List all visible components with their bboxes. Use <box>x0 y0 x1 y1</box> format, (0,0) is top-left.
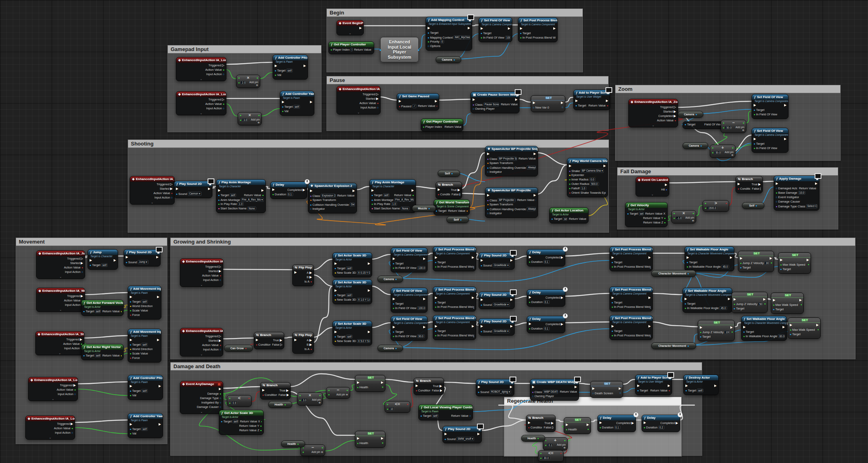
node-play-sound-2d[interactable]: ƒPlay Sound 2D▶▶●SoundGrowMode ▾ <box>479 252 515 270</box>
data-pin-icon[interactable]: ● <box>328 393 330 396</box>
data-pin-icon[interactable]: ● <box>436 209 437 212</box>
pin-value[interactable]: self <box>286 69 293 72</box>
exec-pin-icon[interactable]: ▶ <box>773 299 775 302</box>
data-pin-icon[interactable]: ● <box>407 403 408 406</box>
node-[interactable]: <●●●0.9 <box>227 395 252 407</box>
data-pin-icon[interactable]: ● <box>435 334 436 337</box>
node-enhancedinputaction-ia-pause[interactable]: ◆EnhancedInputAction IA_PauseTriggered▷S… <box>336 86 381 115</box>
exec-pin-icon[interactable]: ▶ <box>435 256 437 259</box>
exec-pin-icon[interactable]: ▶ <box>157 338 159 342</box>
data-pin-icon[interactable]: ● <box>545 444 546 447</box>
exec-pin-icon[interactable]: ▶ <box>275 64 277 68</box>
data-pin-icon[interactable]: ● <box>664 217 666 219</box>
node-destroy-actor[interactable]: ƒDestroy ActorTarget is Actor▶▶●Targetse… <box>683 375 719 395</box>
node-enhancedinputaction-ia-lookvertical[interactable]: ◆EnhancedInputAction IA_LookVerticalTrig… <box>28 377 78 401</box>
exec-pin-icon[interactable]: ▶ <box>528 421 530 424</box>
data-pin-icon[interactable]: ● <box>478 391 479 393</box>
data-pin-icon[interactable]: ● <box>560 452 562 455</box>
pin-value[interactable]: 0.1 <box>614 426 620 429</box>
data-pin-icon[interactable]: ● <box>627 212 629 215</box>
data-pin-icon[interactable]: ● <box>734 303 735 305</box>
pin-value[interactable]: Cannon ▾ <box>188 192 202 196</box>
exec-pin-icon[interactable]: ▶ <box>357 381 359 384</box>
exec-pin-icon[interactable]: ▶ <box>294 338 297 342</box>
data-pin-icon[interactable]: ● <box>529 301 530 303</box>
exec-pin-icon[interactable]: ▶ <box>532 385 534 389</box>
data-pin-icon[interactable]: ● <box>438 193 439 196</box>
data-pin-icon[interactable]: ○ <box>776 187 777 190</box>
node-add-to-player-screen[interactable]: ƒAdd to Player ScreenTarget is User Widg… <box>635 375 672 395</box>
node-delay[interactable]: ƒDelay▶Completed▶●Duration0.2 <box>642 415 680 432</box>
exec-pin-icon[interactable]: ▶ <box>90 259 92 262</box>
data-pin-icon[interactable]: ○ <box>220 406 221 408</box>
variable-get-self[interactable]: Self● <box>438 170 460 177</box>
exec-pin-icon[interactable]: ▶ <box>481 259 483 262</box>
node-[interactable]: <=●●●10 <box>385 401 410 413</box>
data-pin-icon[interactable]: ● <box>382 441 383 444</box>
data-pin-icon[interactable]: ● <box>382 385 383 388</box>
exec-pin-icon[interactable]: ▶ <box>799 299 802 302</box>
data-pin-icon[interactable]: ● <box>435 330 436 332</box>
node-set-field-of-view[interactable]: ƒSet Field Of ViewTarget is Camera Compo… <box>391 248 428 272</box>
data-pin-icon[interactable]: ○ <box>776 200 777 203</box>
node-[interactable]: ×●●●2.0Add pin ⊕ <box>236 75 260 88</box>
data-pin-icon[interactable]: ● <box>240 114 241 117</box>
node-branch[interactable]: ⇆Branch▶True▶●ConditionFalse▷ <box>736 176 763 193</box>
variable-get-health[interactable]: Health● <box>521 435 545 442</box>
variable-get-self[interactable]: Self● <box>742 202 764 209</box>
data-pin-icon[interactable]: ● <box>420 414 422 417</box>
exec-pin-icon[interactable]: ▶ <box>440 385 442 388</box>
exec-pin-icon[interactable]: ▶ <box>393 257 395 260</box>
node-set[interactable]: SET▶▶●Health● <box>355 375 385 392</box>
data-pin-icon[interactable]: ● <box>310 348 312 350</box>
pin-value[interactable]: X 5.0 Y 5.0 Z 5.0 <box>357 339 370 343</box>
data-pin-icon[interactable]: ○ <box>533 106 534 109</box>
data-pin-icon[interactable]: ● <box>218 194 220 197</box>
pin-value[interactable]: Default ▾ <box>350 203 355 207</box>
exec-pin-icon[interactable]: ▷ <box>222 98 224 101</box>
node-add-mapping-context[interactable]: ƒAdd Mapping ContextTarget is Enhanced I… <box>426 17 472 51</box>
exec-pin-icon[interactable]: ▶ <box>81 295 83 298</box>
data-pin-icon[interactable]: ● <box>428 40 429 43</box>
node-set[interactable]: SET▶▶●Health● <box>564 417 591 434</box>
data-pin-icon[interactable]: ● <box>171 192 173 195</box>
data-pin-icon[interactable]: ● <box>780 268 782 270</box>
node-play-anim-montage[interactable]: ƒPlay Anim MontageTarget is Character▶▶●… <box>369 179 416 213</box>
exec-pin-icon[interactable]: ▶ <box>740 257 742 260</box>
chevron-down-icon[interactable]: ⌄ <box>180 411 223 414</box>
data-pin-icon[interactable]: ● <box>528 426 530 429</box>
data-pin-icon[interactable]: ● <box>487 166 489 169</box>
data-pin-icon[interactable]: ● <box>245 347 247 350</box>
pin-value[interactable]: 1.0 <box>581 186 587 190</box>
exec-pin-icon[interactable]: ▶ <box>668 384 670 387</box>
data-pin-icon[interactable]: ● <box>256 343 257 346</box>
pin-value[interactable]: 50.0 <box>714 151 721 154</box>
exec-pin-icon[interactable]: ▶ <box>738 182 740 186</box>
pin-value[interactable]: Fire_A_Rev_Mo ▾ <box>394 198 414 202</box>
exec-pin-icon[interactable]: ▶ <box>468 27 470 30</box>
data-pin-icon[interactable]: ● <box>240 119 241 121</box>
pin-value[interactable]: self <box>346 266 352 270</box>
exec-pin-icon[interactable]: ▷ <box>280 343 282 346</box>
data-pin-icon[interactable]: ○ <box>487 170 489 173</box>
exec-pin-icon[interactable]: ▶ <box>287 393 289 397</box>
node-enhancedinputaction-ia-lookcontrollery[interactable]: ◆EnhancedInputAction IA_LookControllerYT… <box>176 57 226 81</box>
data-pin-icon[interactable]: ● <box>393 330 394 333</box>
data-pin-icon[interactable]: ● <box>773 303 774 306</box>
pin-value[interactable]: 100.0 <box>505 36 510 39</box>
data-pin-icon[interactable]: ● <box>282 105 283 108</box>
exec-pin-icon[interactable]: ▶ <box>304 64 306 68</box>
node-set-post-process-blend-weight[interactable]: ƒSet Post Process Blend WeightTarget is … <box>609 246 653 271</box>
node-[interactable]: −●●●Add pin ⊕ <box>326 387 350 399</box>
pin-value[interactable]: 0.1 <box>544 300 550 304</box>
exec-pin-icon[interactable]: ▶ <box>208 187 210 191</box>
data-pin-icon[interactable]: ● <box>418 48 420 52</box>
data-pin-icon[interactable]: ● <box>262 194 264 197</box>
data-pin-icon[interactable]: ● <box>731 330 733 333</box>
data-pin-icon[interactable]: ● <box>393 266 394 269</box>
data-pin-icon[interactable]: ● <box>453 58 455 61</box>
node-set-field-of-view[interactable]: ƒSet Field Of ViewTarget is Camera Compo… <box>479 17 512 42</box>
data-pin-icon[interactable]: ● <box>395 278 397 281</box>
pin-value[interactable]: Always Spawn, Ignore Col ▾ <box>527 207 536 211</box>
chevron-down-icon[interactable]: ⌄ <box>26 437 75 439</box>
